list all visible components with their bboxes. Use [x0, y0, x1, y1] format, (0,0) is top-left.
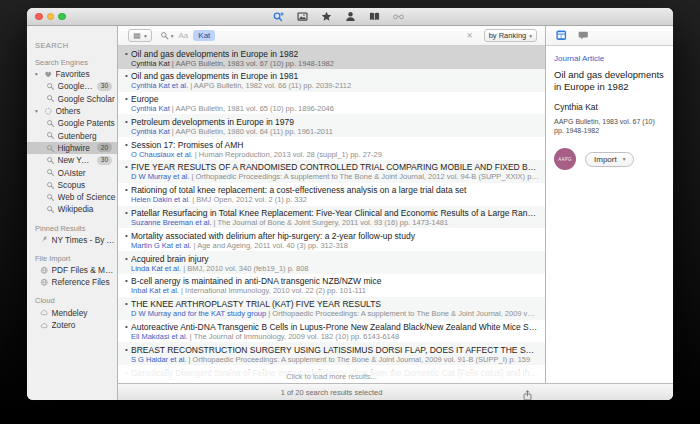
main-area: SEARCH Search Engines▾FavoritesGoogle Bo…	[27, 26, 673, 400]
sidebar-item-wikipedia[interactable]: Wikipedia	[27, 203, 117, 215]
photos-icon[interactable]	[297, 11, 308, 22]
window-controls	[35, 13, 66, 21]
sidebar-item-new-york-times[interactable]: New York Times30	[27, 154, 117, 166]
sidebar-item-web-of-science[interactable]: Web of Science	[27, 191, 117, 203]
result-author-link[interactable]: Eli Makdasi et al.	[131, 332, 188, 341]
result-author-link[interactable]: Linda Kat et al.	[131, 264, 181, 273]
result-title: Mortality associated with delirium after…	[131, 231, 539, 241]
result-row[interactable]: •EuropeCynthia Kat | AAPG Bulletin, 1981…	[118, 92, 545, 115]
search-token[interactable]: Kat	[193, 30, 215, 41]
result-author-link[interactable]: D W Murray et al.	[131, 172, 189, 181]
search-field[interactable]: ▾ Aa Kat ✕	[160, 29, 476, 43]
result-author-link[interactable]: Cynthia Kat et al.	[131, 81, 188, 90]
result-row[interactable]: •THE KNEE ARTHROPLASTY TRIAL (KAT) FIVE …	[118, 297, 545, 320]
view-mode-button[interactable]: ▾	[128, 29, 152, 42]
result-row[interactable]: •FIVE YEAR RESULTS OF A RANDOMISED CONTR…	[118, 160, 545, 183]
result-row[interactable]: •Autoreactive Anti-DNA Transgenic B Cell…	[118, 320, 545, 343]
result-row[interactable]: •Oil and gas developments in Europe in 1…	[118, 69, 545, 92]
sidebar-item-label: Zotero	[52, 320, 118, 330]
unread-bullet: •	[122, 254, 131, 274]
result-author-link[interactable]: Inbal Kat et al.	[131, 286, 179, 295]
app-window: SEARCH Search Engines▾FavoritesGoogle Bo…	[27, 8, 673, 400]
disclosure-triangle-icon[interactable]: ▾	[35, 71, 41, 77]
sidebar-item-label: Wikipedia	[58, 204, 118, 214]
unread-bullet: •	[122, 49, 131, 69]
star-icon[interactable]	[321, 11, 332, 22]
sidebar-item-reference-files[interactable]: Reference Files	[27, 276, 117, 288]
search-plus-icon[interactable]	[273, 11, 284, 22]
result-row[interactable]: •BREAST RECONSTRUCTION SURGERY USING LAT…	[118, 342, 545, 365]
result-author-link[interactable]: Martin G Kat et al.	[131, 241, 191, 250]
search-icon	[46, 168, 55, 177]
sidebar-item-label: Reference Files	[52, 277, 118, 287]
sidebar-item-label: Google Scholar	[58, 94, 118, 104]
chevron-down-icon: ▾	[171, 33, 174, 39]
result-source: Age and Ageing, 2011 vol. 40 (3) pp. 312…	[197, 241, 348, 250]
result-row[interactable]: •B-cell anergy is maintained in anti-DNA…	[118, 274, 545, 297]
clear-search-icon[interactable]: ✕	[466, 31, 475, 40]
result-author-link[interactable]: Cynthia Kat	[131, 59, 170, 68]
info-panel-icon[interactable]	[556, 30, 567, 41]
result-row[interactable]: •Patellar Resurfacing in Total Knee Repl…	[118, 206, 545, 229]
sidebar-item-zotero[interactable]: Zotero	[27, 319, 117, 331]
glasses-icon[interactable]	[393, 11, 404, 22]
list-toolbar: ▾ ▾ Aa Kat ✕ by Ranking ▾	[118, 26, 545, 46]
result-author-link[interactable]: S G Haidar et al.	[131, 355, 186, 364]
result-title: Session 17: Promises of AMH	[131, 140, 539, 150]
unread-bullet: •	[122, 276, 131, 296]
sidebar-item-oaister[interactable]: OAIster	[27, 166, 117, 178]
unread-bullet: •	[122, 185, 131, 205]
results-list: •Oil and gas developments in Europe in 1…	[118, 46, 545, 383]
sidebar-item-google-books[interactable]: Google Books30	[27, 80, 117, 92]
minimize-button[interactable]	[47, 13, 55, 21]
sidebar-item-google-patents[interactable]: Google Patents	[27, 117, 117, 129]
result-row[interactable]: •Acquired brain injuryLinda Kat et al. |…	[118, 251, 545, 274]
result-row[interactable]: •Rationing of total knee replacement: a …	[118, 183, 545, 206]
sidebar-item-highwire[interactable]: Highwire20	[27, 142, 117, 154]
result-count-badge: 30	[97, 156, 112, 165]
share-icon[interactable]	[522, 387, 533, 401]
sidebar-item-label: Gutenberg	[58, 131, 118, 141]
load-more-bar[interactable]: Click to load more results...	[118, 370, 545, 383]
result-author-link[interactable]: Helen Dakin et al.	[131, 195, 190, 204]
sidebar-item-ny-times-by-andy-l[interactable]: NY Times - By Andy L...	[27, 234, 117, 246]
zoom-button[interactable]	[58, 13, 66, 21]
result-author-link[interactable]: Cynthia Kat	[131, 127, 170, 136]
sort-button[interactable]: by Ranking ▾	[484, 29, 537, 42]
sidebar-item-others[interactable]: ▾Others	[27, 105, 117, 117]
result-author-link[interactable]: D W Murray and for the KAT study group	[131, 309, 266, 318]
sidebar-item-favorites[interactable]: ▾Favorites	[27, 68, 117, 80]
sidebar-item-mendeley[interactable]: Mendeley	[27, 306, 117, 318]
match-case-toggle[interactable]: Aa	[179, 31, 189, 40]
result-row[interactable]: •Session 17: Promises of AMHO Chausiaux …	[118, 137, 545, 160]
sidebar-item-scopus[interactable]: Scopus	[27, 179, 117, 191]
reference-type-label[interactable]: Journal Article	[554, 54, 665, 63]
result-source: BMJ, 2010 vol. 340 (feb19_1) p. 808	[187, 264, 308, 273]
journal-avatar: AAPG	[554, 148, 576, 170]
comment-icon[interactable]	[578, 30, 589, 41]
search-icon	[160, 31, 169, 40]
result-row[interactable]: •Petroleum developments in Europe in 197…	[118, 114, 545, 137]
close-button[interactable]	[35, 13, 43, 21]
result-row[interactable]: •Oil and gas developments in Europe in 1…	[118, 46, 545, 69]
result-author-link[interactable]: Suzanne Breeman et al.	[131, 218, 211, 227]
result-row[interactable]: •Mortality associated with delirium afte…	[118, 228, 545, 251]
sidebar-item-label: PDF Files & Media	[52, 265, 118, 275]
circle-icon	[44, 107, 53, 116]
person-icon[interactable]	[345, 11, 356, 22]
disclosure-triangle-icon[interactable]: ▾	[35, 108, 41, 114]
sidebar-item-google-scholar[interactable]: Google Scholar	[27, 93, 117, 105]
detail-body: Journal Article Oil and gas developments…	[546, 46, 673, 170]
result-source: AAPG Bulletin, 1981 vol. 65 (10) pp. 189…	[175, 104, 333, 113]
result-author-link[interactable]: Cynthia Kat	[131, 104, 170, 113]
sidebar-item-gutenberg[interactable]: Gutenberg	[27, 129, 117, 141]
sidebar-item-label: Web of Science	[58, 192, 118, 202]
cloud-icon	[40, 321, 49, 330]
sidebar-item-pdf-files-media[interactable]: PDF Files & Media	[27, 264, 117, 276]
sidebar-item-label: Scopus	[58, 180, 118, 190]
result-author-link[interactable]: O Chausiaux et al.	[131, 150, 193, 159]
detail-toolbar	[546, 26, 673, 46]
book-icon[interactable]	[369, 11, 380, 22]
import-button[interactable]: Import ▾	[585, 152, 634, 167]
result-title: Oil and gas developments in Europe in 19…	[131, 49, 539, 59]
